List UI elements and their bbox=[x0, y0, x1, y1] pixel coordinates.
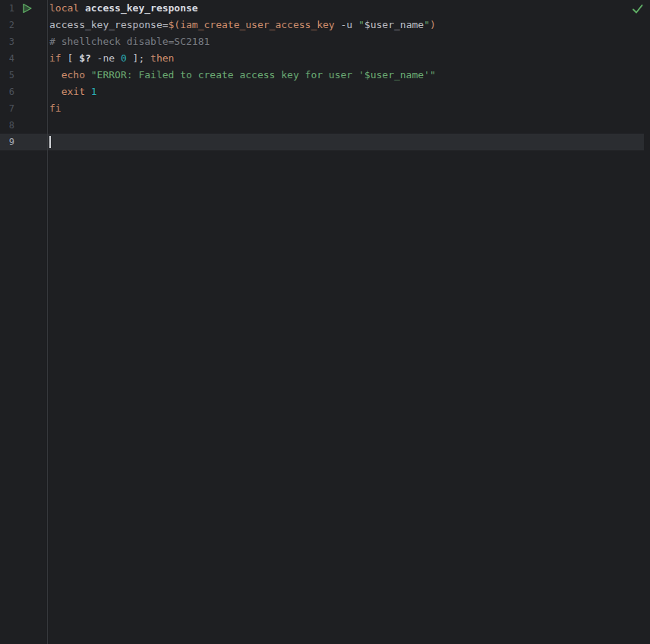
code-text: if [ $? -ne 0 ]; then bbox=[49, 50, 174, 67]
token-plain: $user_name bbox=[364, 19, 424, 30]
token-plain bbox=[85, 69, 91, 80]
code-text: local access_key_response bbox=[49, 0, 198, 17]
token-keyword: local bbox=[49, 2, 79, 14]
token-plain: -u bbox=[335, 19, 358, 30]
token-keyword: if bbox=[49, 52, 62, 64]
code-text: access_key_response=$(iam_create_user_ac… bbox=[49, 17, 436, 33]
line-number: 3 bbox=[0, 33, 14, 50]
token-plain: -ne bbox=[91, 52, 121, 64]
token-number: 0 bbox=[121, 52, 127, 64]
token-keyword: fi bbox=[49, 103, 62, 114]
code-lines: 1local access_key_response2access_key_re… bbox=[0, 0, 650, 150]
code-line-8[interactable]: 8 bbox=[0, 117, 650, 134]
token-keyword: echo bbox=[62, 69, 85, 80]
token-plain: [ bbox=[62, 52, 79, 64]
token-plain bbox=[49, 86, 62, 97]
checkmark-stroke bbox=[633, 5, 642, 13]
code-line-9[interactable]: 9 bbox=[0, 134, 650, 150]
text-caret bbox=[49, 136, 51, 148]
code-line-7[interactable]: 7fi bbox=[0, 100, 650, 117]
line-number: 1 bbox=[0, 0, 14, 17]
code-line-3[interactable]: 3# shellcheck disable=SC2181 bbox=[0, 33, 650, 50]
token-keyword: ) bbox=[430, 19, 436, 30]
token-keyword: $(iam_create_user_access_key bbox=[169, 19, 335, 30]
token-plain bbox=[85, 86, 91, 97]
token-plain: access_key_response= bbox=[49, 19, 169, 30]
line-number: 9 bbox=[0, 134, 14, 150]
run-play-icon[interactable] bbox=[22, 3, 33, 14]
token-string: " bbox=[358, 19, 364, 30]
token-string: "ERROR: Failed to create access key for … bbox=[91, 69, 436, 80]
code-text: fi bbox=[49, 100, 62, 117]
scrollbar-area[interactable] bbox=[644, 0, 650, 644]
code-text: # shellcheck disable=SC2181 bbox=[49, 33, 210, 50]
token-plain: ]; bbox=[127, 52, 150, 64]
token-declaration: $? bbox=[79, 52, 91, 64]
token-keyword: exit bbox=[62, 86, 85, 97]
code-text: exit 1 bbox=[49, 84, 97, 100]
line-number: 4 bbox=[0, 50, 14, 67]
token-comment: # shellcheck disable=SC2181 bbox=[49, 36, 210, 47]
token-plain bbox=[49, 69, 62, 80]
token-number: 1 bbox=[91, 86, 97, 97]
code-editor[interactable]: 1local access_key_response2access_key_re… bbox=[0, 0, 650, 644]
code-line-1[interactable]: 1local access_key_response bbox=[0, 0, 650, 17]
line-number: 5 bbox=[0, 67, 14, 84]
gutter-border bbox=[47, 0, 48, 644]
code-line-5[interactable]: 5 echo "ERROR: Failed to create access k… bbox=[0, 67, 650, 84]
token-plain bbox=[79, 2, 85, 14]
line-number: 2 bbox=[0, 17, 14, 33]
inspections-ok-checkmark-icon[interactable] bbox=[632, 4, 643, 14]
token-string: " bbox=[424, 19, 430, 30]
line-number: 6 bbox=[0, 84, 14, 100]
code-text: echo "ERROR: Failed to create access key… bbox=[49, 67, 436, 84]
code-line-6[interactable]: 6 exit 1 bbox=[0, 84, 650, 100]
code-line-4[interactable]: 4if [ $? -ne 0 ]; then bbox=[0, 50, 650, 67]
token-declaration: access_key_response bbox=[85, 2, 198, 14]
token-keyword: then bbox=[150, 52, 174, 64]
code-line-2[interactable]: 2access_key_response=$(iam_create_user_a… bbox=[0, 17, 650, 33]
line-number: 8 bbox=[0, 117, 14, 134]
line-number: 7 bbox=[0, 100, 14, 117]
code-text bbox=[49, 134, 51, 150]
